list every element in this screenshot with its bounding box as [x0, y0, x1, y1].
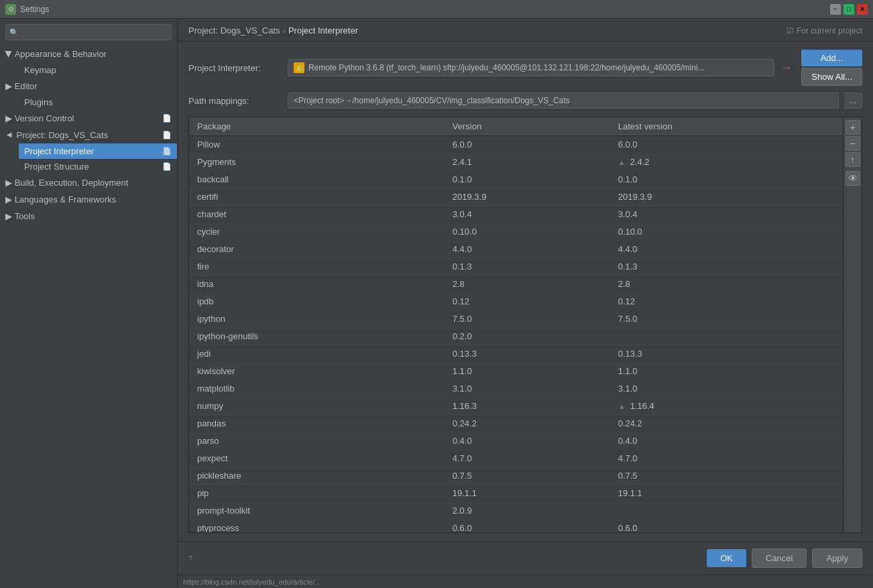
sidebar-item-version-control[interactable]: ▶ Version Control 📄 — [0, 110, 177, 127]
path-browse-button[interactable]: ... — [844, 93, 862, 109]
cell-package: ipdb — [189, 293, 445, 310]
cell-package: idna — [189, 276, 445, 293]
table-row[interactable]: pip19.1.119.1.1 — [189, 485, 843, 502]
cell-version: 2.0.9 — [445, 502, 610, 520]
title-bar-controls: − □ ✕ — [830, 4, 868, 15]
table-row[interactable]: Pygments2.4.1▲ 2.4.2 — [189, 154, 843, 171]
cell-version: 0.10.0 — [445, 223, 610, 241]
cell-latest-version: 0.10.0 — [610, 223, 843, 241]
table-row[interactable]: ipython-genutils0.2.0 — [189, 328, 843, 345]
table-row[interactable]: chardet3.0.43.0.4 — [189, 206, 843, 223]
sidebar-item-plugins[interactable]: Plugins — [19, 95, 177, 110]
table-row[interactable]: prompt-toolkit2.0.9 — [189, 502, 843, 520]
cancel-button[interactable]: Cancel — [752, 548, 807, 568]
table-row[interactable]: certifi2019.3.92019.3.9 — [189, 188, 843, 206]
add-package-button[interactable]: + — [846, 120, 860, 135]
cell-package: prompt-toolkit — [189, 502, 445, 520]
cell-version: 2019.3.9 — [445, 188, 610, 206]
build-expand-icon: ▶ — [5, 178, 12, 188]
table-row[interactable]: pexpect4.7.04.7.0 — [189, 450, 843, 467]
table-row[interactable]: cycler0.10.00.10.0 — [189, 223, 843, 241]
panel-header: Project: Dogs_VS_Cats › Project Interpre… — [178, 19, 873, 42]
cell-version: 0.6.0 — [445, 520, 610, 533]
sidebar-item-project-dogs-vs-cats[interactable]: ▼ Project: Dogs_VS_Cats 📄 — [0, 127, 177, 143]
path-text: <Project root>→/home/julyedu_460005/CV/i… — [294, 96, 570, 105]
cell-package: pandas — [189, 415, 445, 432]
ok-button[interactable]: OK — [707, 549, 746, 567]
table-row[interactable]: backcall0.1.00.1.0 — [189, 171, 843, 188]
col-version[interactable]: Version — [445, 117, 610, 136]
cell-version: 0.4.0 — [445, 432, 610, 450]
sidebar-item-editor[interactable]: ▶ Editor — [0, 78, 177, 95]
window-title: Settings — [20, 5, 49, 14]
cell-latest-version: 4.4.0 — [610, 241, 843, 258]
sidebar-item-appearance-behavior[interactable]: ▶ Appearance & Behavior — [0, 46, 177, 62]
cell-version: 7.5.0 — [445, 310, 610, 328]
cell-package: pip — [189, 485, 445, 502]
cell-version: 2.4.1 — [445, 154, 610, 171]
table-row[interactable]: numpy1.16.3▲ 1.16.4 — [189, 398, 843, 415]
vc-label: Version Control — [15, 113, 74, 123]
show-all-button[interactable]: Show All... — [801, 68, 862, 86]
cell-latest-version: 0.6.0 — [610, 520, 843, 533]
table-row[interactable]: pickleshare0.7.50.7.5 — [189, 467, 843, 485]
cell-version: 4.7.0 — [445, 450, 610, 467]
cell-version: 0.12 — [445, 293, 610, 310]
package-section: Package Version Latest version Pillow6.0… — [188, 117, 862, 533]
sidebar-item-tools[interactable]: ▶ Tools — [0, 208, 177, 225]
tools-label: Tools — [15, 211, 35, 221]
sidebar-item-languages-frameworks[interactable]: ▶ Languages & Frameworks — [0, 191, 177, 208]
editor-expand-icon: ▶ — [5, 81, 12, 91]
package-table-container[interactable]: Package Version Latest version Pillow6.0… — [189, 117, 843, 532]
table-row[interactable]: kiwisolver1.1.01.1.0 — [189, 363, 843, 380]
project-expand-icon: ▼ — [5, 131, 15, 139]
tools-expand-icon: ▶ — [5, 211, 12, 221]
sidebar-item-project-interpreter[interactable]: Project Interpreter 📄 — [19, 143, 177, 159]
editor-label: Editor — [15, 81, 38, 91]
table-row[interactable]: idna2.82.8 — [189, 276, 843, 293]
table-row[interactable]: ipython7.5.07.5.0 — [189, 310, 843, 328]
sidebar-item-keymap[interactable]: Keymap — [19, 62, 177, 78]
minimize-button[interactable]: − — [830, 4, 841, 15]
cell-latest-version — [610, 328, 843, 345]
status-text: https://blog.csdn.net/julyedu_edu/articl… — [183, 578, 321, 586]
expand-arrow-icon: ▶ — [4, 51, 14, 58]
table-row[interactable]: pandas0.24.20.24.2 — [189, 415, 843, 432]
cell-version: 0.2.0 — [445, 328, 610, 345]
sidebar-nav: ▶ Appearance & Behavior Keymap ▶ Editor — [0, 46, 177, 588]
cell-package: matplotlib — [189, 380, 445, 398]
table-row[interactable]: jedi0.13.30.13.3 — [189, 345, 843, 363]
add-button[interactable]: Add... — [801, 50, 862, 66]
table-row[interactable]: parso0.4.00.4.0 — [189, 432, 843, 450]
col-package[interactable]: Package — [189, 117, 445, 136]
interpreter-label: Project Interpreter: — [188, 63, 282, 73]
help-icon[interactable]: ? — [188, 554, 192, 563]
table-row[interactable]: decorator4.4.04.4.0 — [189, 241, 843, 258]
cell-package: ipython-genutils — [189, 328, 445, 345]
upgrade-package-button[interactable]: ↑ — [846, 152, 860, 167]
maximize-button[interactable]: □ — [843, 4, 854, 15]
breadcrumb-current: Project Interpreter — [288, 25, 358, 36]
apply-button[interactable]: Apply — [812, 548, 862, 568]
breadcrumb-sep: › — [283, 25, 286, 36]
add-show-buttons: Add... Show All... — [801, 50, 862, 86]
table-row[interactable]: ptyprocess0.6.00.6.0 — [189, 520, 843, 533]
show-package-details-button[interactable]: 👁 — [846, 171, 860, 186]
breadcrumb-project[interactable]: Project: Dogs_VS_Cats — [188, 25, 280, 36]
close-button[interactable]: ✕ — [857, 4, 868, 15]
search-input[interactable] — [5, 24, 172, 40]
table-row[interactable]: fire0.1.30.1.3 — [189, 258, 843, 276]
plugins-label: Plugins — [24, 97, 53, 107]
main-content: 🔍 ▶ Appearance & Behavior Keymap ▶ — [0, 19, 873, 588]
sidebar-item-project-structure[interactable]: Project Structure 📄 — [19, 159, 177, 174]
col-latest[interactable]: Latest version — [610, 117, 843, 136]
table-row[interactable]: matplotlib3.1.03.1.0 — [189, 380, 843, 398]
upgrade-arrow-icon: ▲ — [618, 402, 628, 410]
for-current-label: For current project — [797, 26, 862, 36]
sidebar-item-build-execution[interactable]: ▶ Build, Execution, Deployment — [0, 174, 177, 191]
table-row[interactable]: Pillow6.0.06.0.0 — [189, 136, 843, 154]
table-row[interactable]: ipdb0.120.12 — [189, 293, 843, 310]
search-box: 🔍 — [5, 24, 172, 40]
cell-package: pexpect — [189, 450, 445, 467]
remove-package-button[interactable]: − — [846, 136, 860, 151]
